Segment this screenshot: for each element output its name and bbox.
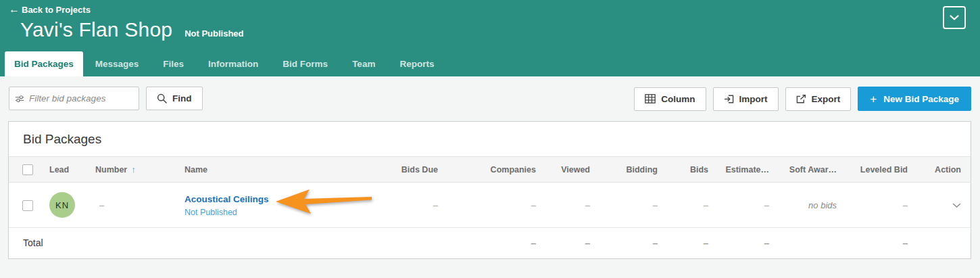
bid-packages-table: Lead Number↑ Name Bids Due Companies Vie… bbox=[9, 156, 971, 258]
plus-icon: + bbox=[870, 93, 877, 105]
chevron-down-icon bbox=[950, 15, 959, 20]
toolbar-right-group: Column Import Export + N bbox=[634, 87, 971, 111]
new-bid-package-button[interactable]: + New Bid Package bbox=[858, 87, 971, 111]
column-grid-icon bbox=[645, 94, 656, 103]
col-header-number[interactable]: Number↑ bbox=[82, 157, 170, 183]
lead-avatar: KN bbox=[49, 192, 75, 218]
col-header-bids[interactable]: Bids bbox=[663, 157, 714, 183]
cell-number: – bbox=[82, 183, 170, 228]
find-button[interactable]: Find bbox=[146, 87, 203, 110]
total-estimate: – bbox=[764, 238, 769, 248]
import-button-label: Import bbox=[739, 94, 768, 104]
filter-sliders-icon bbox=[15, 94, 24, 103]
cell-bids-due: – bbox=[433, 200, 438, 210]
import-icon bbox=[724, 95, 734, 103]
back-to-projects-link[interactable]: ← Back to Projects bbox=[9, 4, 91, 15]
col-header-leveled-bid[interactable]: Leveled Bid bbox=[842, 157, 913, 183]
cell-leveled-bid: – bbox=[903, 200, 908, 210]
select-all-checkbox[interactable] bbox=[22, 164, 33, 175]
total-viewed: – bbox=[585, 238, 590, 248]
total-row: Total – – – – – – bbox=[9, 228, 971, 258]
col-header-bidding[interactable]: Bidding bbox=[595, 157, 663, 183]
cell-viewed: – bbox=[585, 200, 590, 210]
bid-package-status: Not Published bbox=[185, 208, 386, 217]
tab-bid-packages[interactable]: Bid Packages bbox=[5, 51, 83, 76]
back-arrow-icon: ← bbox=[9, 4, 20, 15]
tab-information[interactable]: Information bbox=[196, 51, 270, 76]
filter-input-wrapper bbox=[9, 87, 139, 110]
col-header-bids-due[interactable]: Bids Due bbox=[386, 157, 443, 183]
sort-asc-icon: ↑ bbox=[131, 164, 136, 175]
bid-packages-card: Bid Packages Lead Number↑ Name Bids Due … bbox=[8, 121, 971, 259]
row-checkbox[interactable] bbox=[22, 200, 33, 211]
col-header-companies[interactable]: Companies bbox=[443, 157, 541, 183]
chevron-down-icon bbox=[952, 203, 961, 208]
row-action-chevron[interactable] bbox=[952, 203, 961, 208]
column-button-label: Column bbox=[661, 94, 695, 104]
col-header-name[interactable]: Name bbox=[170, 157, 386, 183]
tab-messages[interactable]: Messages bbox=[83, 51, 151, 76]
cell-bids: – bbox=[704, 200, 708, 210]
find-button-label: Find bbox=[172, 93, 192, 103]
bid-package-link[interactable]: Acoustical Ceilings bbox=[185, 194, 269, 204]
cell-estimate: – bbox=[764, 200, 769, 210]
total-leveled-bid: – bbox=[903, 238, 908, 248]
back-link-label: Back to Projects bbox=[22, 5, 91, 15]
col-header-soft-award[interactable]: Soft Awar… bbox=[775, 157, 842, 183]
header-dropdown-button[interactable] bbox=[943, 6, 966, 29]
import-button[interactable]: Import bbox=[713, 87, 779, 111]
export-button[interactable]: Export bbox=[785, 87, 852, 111]
project-header: ← Back to Projects Yavi's Flan Shop Not … bbox=[0, 0, 980, 76]
export-icon bbox=[796, 95, 806, 103]
table-row: KN – Acoustical Ceilings Not Published –… bbox=[9, 183, 971, 228]
cell-name: Acoustical Ceilings Not Published bbox=[170, 183, 386, 228]
tab-reports[interactable]: Reports bbox=[387, 51, 446, 76]
col-header-estimate[interactable]: Estimate… bbox=[714, 157, 775, 183]
new-bid-package-label: New Bid Package bbox=[883, 94, 959, 104]
total-bids: – bbox=[704, 238, 708, 248]
search-icon bbox=[157, 93, 167, 103]
page-title: Yavi's Flan Shop bbox=[20, 18, 172, 41]
tab-bid-forms[interactable]: Bid Forms bbox=[270, 51, 340, 76]
total-companies: – bbox=[531, 238, 536, 248]
table-header-row: Lead Number↑ Name Bids Due Companies Vie… bbox=[9, 157, 971, 183]
tab-team[interactable]: Team bbox=[340, 51, 387, 76]
tab-files[interactable]: Files bbox=[151, 51, 196, 76]
total-label: Total bbox=[9, 228, 386, 258]
section-title: Bid Packages bbox=[9, 122, 971, 156]
total-bidding: – bbox=[653, 238, 658, 248]
col-header-lead[interactable]: Lead bbox=[41, 157, 82, 183]
title-row: Yavi's Flan Shop Not Published bbox=[20, 18, 244, 41]
col-header-viewed[interactable]: Viewed bbox=[541, 157, 595, 183]
project-status-badge: Not Published bbox=[185, 28, 243, 39]
column-button[interactable]: Column bbox=[634, 87, 706, 111]
filter-input[interactable] bbox=[29, 93, 133, 103]
cell-bidding: – bbox=[653, 200, 658, 210]
cell-companies: – bbox=[531, 200, 536, 210]
export-button-label: Export bbox=[812, 94, 841, 104]
toolbar: Find Column Import bbox=[0, 76, 980, 121]
col-header-action[interactable]: Action bbox=[913, 157, 971, 183]
tab-bar: Bid Packages Messages Files Information … bbox=[5, 51, 446, 76]
cell-soft-award: no bids bbox=[808, 200, 837, 210]
